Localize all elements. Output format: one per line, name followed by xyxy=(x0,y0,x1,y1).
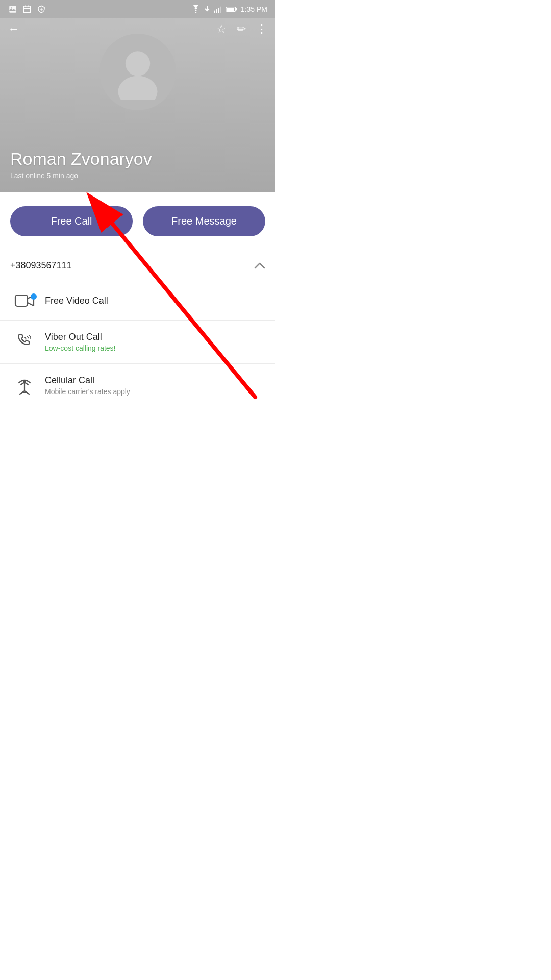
svg-point-23 xyxy=(23,381,26,383)
contact-name: Roman Zvonaryov xyxy=(10,149,265,169)
edit-button[interactable]: ✏ xyxy=(237,22,246,36)
free-message-button[interactable]: Free Message xyxy=(143,206,265,236)
status-bar-right: 1:35 PM xyxy=(191,5,267,13)
scale-icon xyxy=(37,5,46,14)
header: ← ☆ ✏ ⋮ Roman Zvonaryov Last online 5 mi… xyxy=(0,18,276,192)
svg-point-8 xyxy=(195,12,197,13)
call-options-list: Free Video Call Viber Out Call Low-cost … xyxy=(0,281,276,407)
svg-rect-11 xyxy=(218,8,219,13)
avatar xyxy=(99,34,176,110)
svg-point-17 xyxy=(118,76,158,100)
signal-icon xyxy=(213,6,222,13)
svg-point-16 xyxy=(126,51,150,76)
battery-icon xyxy=(226,6,238,13)
video-call-text: Free Video Call xyxy=(45,296,265,306)
video-call-notification-dot xyxy=(31,293,37,300)
svg-point-1 xyxy=(11,7,12,8)
video-call-icon xyxy=(10,292,39,309)
svg-rect-2 xyxy=(23,6,31,13)
back-button[interactable]: ← xyxy=(8,22,19,36)
svg-rect-18 xyxy=(15,295,28,306)
status-bar-left xyxy=(8,5,46,14)
svg-rect-10 xyxy=(216,9,217,13)
cellular-text: Cellular Call Mobile carrier's rates app… xyxy=(45,375,265,396)
svg-rect-0 xyxy=(9,6,16,13)
free-video-call-option[interactable]: Free Video Call xyxy=(0,281,276,321)
calendar-icon xyxy=(22,5,32,14)
data-direction-icon xyxy=(204,6,210,13)
svg-rect-14 xyxy=(227,8,234,11)
viber-out-call-option[interactable]: Viber Out Call Low-cost calling rates! xyxy=(0,321,276,364)
avatar-silhouette-icon xyxy=(110,44,166,100)
contact-info: Roman Zvonaryov Last online 5 min ago xyxy=(10,149,265,180)
status-bar: 1:35 PM xyxy=(0,0,276,18)
time-display: 1:35 PM xyxy=(241,5,267,13)
viber-out-subtitle: Low-cost calling rates! xyxy=(45,344,265,352)
wifi-status-icon xyxy=(191,5,201,13)
viber-out-icon xyxy=(10,332,39,352)
photo-icon xyxy=(8,5,17,14)
more-button[interactable]: ⋮ xyxy=(256,22,267,36)
svg-rect-15 xyxy=(236,8,237,10)
action-buttons: Free Call Free Message xyxy=(0,192,276,251)
phone-row[interactable]: +38093567111 xyxy=(0,251,276,281)
svg-rect-9 xyxy=(214,11,215,13)
cellular-title: Cellular Call xyxy=(45,375,265,386)
viber-out-title: Viber Out Call xyxy=(45,332,265,342)
collapse-icon[interactable] xyxy=(254,260,265,272)
viber-out-text: Viber Out Call Low-cost calling rates! xyxy=(45,332,265,352)
cellular-subtitle: Mobile carrier's rates apply xyxy=(45,387,265,396)
header-nav: ← ☆ ✏ ⋮ xyxy=(0,18,276,40)
cellular-icon xyxy=(10,376,39,395)
favorite-button[interactable]: ☆ xyxy=(216,22,227,36)
cellular-call-option[interactable]: Cellular Call Mobile carrier's rates app… xyxy=(0,364,276,407)
svg-rect-12 xyxy=(220,7,221,13)
phone-number: +38093567111 xyxy=(10,260,72,271)
free-call-button[interactable]: Free Call xyxy=(10,206,133,236)
video-call-title: Free Video Call xyxy=(45,296,265,306)
contact-status: Last online 5 min ago xyxy=(10,172,265,180)
